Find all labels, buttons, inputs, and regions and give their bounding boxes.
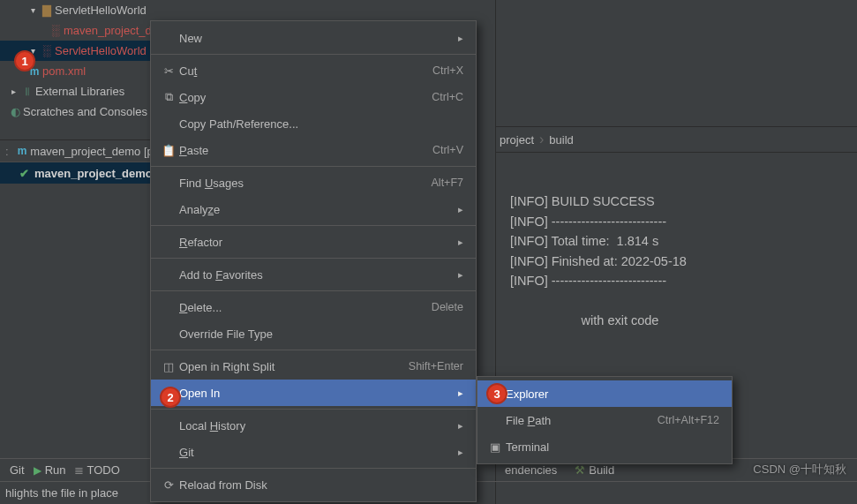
scratches-icon: ◐ — [7, 105, 23, 118]
output-line: with exit code — [510, 313, 658, 327]
tab-label: Run — [45, 463, 66, 477]
library-icon: ⫴ — [19, 85, 35, 99]
breadcrumb-item[interactable]: project — [500, 133, 534, 147]
chevron-right-icon: ▸ — [458, 33, 463, 44]
tree-label: External Libraries — [35, 85, 124, 98]
maven-icon: m — [18, 145, 27, 157]
console-output: [INFO] BUILD SUCCESS [INFO] ------------… — [510, 172, 857, 350]
menu-new[interactable]: New ▸ — [151, 25, 476, 51]
menu-label: Analyze — [179, 203, 451, 216]
menu-separator — [151, 54, 476, 55]
menu-local-history[interactable]: Local History ▸ — [151, 412, 476, 439]
watermark: CSDN @十叶知秋 — [753, 462, 846, 478]
menu-shortcut: Alt+F7 — [432, 177, 463, 189]
menu-find-usages[interactable]: Find Usages Alt+F7 — [151, 169, 476, 196]
menu-copy[interactable]: ⧉ Copy Ctrl+C — [151, 84, 476, 110]
menu-label: Add to Favorites — [179, 268, 451, 282]
menu-label: New — [179, 32, 451, 45]
menu-open-right-split[interactable]: ◫ Open in Right Split Shift+Enter — [151, 353, 476, 380]
menu-override-file-type[interactable]: Override File Type — [151, 320, 476, 347]
output-line: [INFO] Finished at: 2022-05-18 — [510, 254, 687, 268]
menu-shortcut: Shift+Enter — [409, 360, 463, 372]
chevron-right-icon: ▸ — [7, 87, 19, 96]
breadcrumb-item[interactable]: build — [549, 133, 573, 147]
output-line: [INFO] Total time: 1.814 s — [510, 234, 658, 248]
tab-run[interactable]: ▶ Run — [34, 463, 66, 477]
open-in-submenu: Explorer File Path Ctrl+Alt+F12 ▣ Termin… — [477, 376, 733, 464]
paste-icon: 📋 — [158, 144, 179, 157]
callout-badge-3: 3 — [486, 383, 507, 404]
menu-label: Git — [179, 446, 451, 459]
tree-item-servlethelloworld-folder[interactable]: ▾ ▇ ServletHelloWorld — [0, 0, 371, 20]
menu-label: Paste — [179, 144, 432, 157]
menu-open-in[interactable]: Open In ▸ — [151, 380, 476, 406]
menu-label: Refactor — [179, 236, 451, 249]
archive-icon: ░ — [48, 24, 64, 37]
menu-reload-from-disk[interactable]: ⟳ Reload from Disk — [151, 471, 476, 498]
tab-git[interactable]: Git — [10, 463, 25, 477]
check-icon: ✔ — [19, 167, 29, 180]
menu-git[interactable]: Git ▸ — [151, 439, 476, 465]
menu-label: Local History — [179, 419, 451, 433]
copy-icon: ⧉ — [158, 90, 179, 104]
output-line: [INFO] --------------------------- — [510, 214, 666, 229]
output-line: [INFO] --------------------------- — [510, 274, 666, 288]
menu-label: Explorer — [506, 387, 719, 401]
menu-add-favorites[interactable]: Add to Favorites ▸ — [151, 261, 476, 288]
chevron-right-icon: › — [539, 132, 544, 147]
status-text: hlights the file in place — [5, 486, 118, 500]
menu-label: Copy — [179, 91, 432, 104]
collapse-icon: : — [5, 145, 9, 158]
tab-todo[interactable]: ≣ TODO — [74, 463, 119, 477]
menu-label: File Path — [506, 414, 658, 427]
menu-copy-path[interactable]: Copy Path/Reference... — [151, 110, 476, 137]
context-menu: New ▸ ✂ Cut Ctrl+X ⧉ Copy Ctrl+C Copy Pa… — [150, 20, 477, 502]
menu-analyze[interactable]: Analyze ▸ — [151, 196, 476, 222]
tree-label: Scratches and Consoles — [23, 105, 147, 118]
folder-icon: ▇ — [39, 4, 55, 17]
menu-paste[interactable]: 📋 Paste Ctrl+V — [151, 137, 476, 163]
menu-label: Cut — [179, 64, 432, 78]
tab-label: TODO — [86, 463, 119, 477]
menu-separator — [151, 409, 476, 410]
play-icon: ▶ — [34, 464, 41, 477]
menu-shortcut: Ctrl+Alt+F12 — [658, 414, 719, 426]
chevron-down-icon: ▾ — [26, 5, 39, 15]
menu-separator — [151, 225, 476, 226]
callout-badge-2: 2 — [160, 387, 181, 408]
list-icon: ≣ — [74, 463, 84, 477]
menu-label: Find Usages — [179, 177, 432, 190]
menu-shortcut: Ctrl+V — [432, 144, 463, 156]
menu-separator — [151, 166, 476, 167]
callout-badge-1: 1 — [14, 50, 35, 71]
menu-label: Override File Type — [179, 327, 463, 341]
menu-label: Open in Right Split — [179, 360, 409, 373]
split-icon: ◫ — [158, 360, 179, 373]
breadcrumb: project › build — [496, 126, 857, 153]
submenu-terminal[interactable]: ▣ Terminal — [477, 433, 732, 460]
menu-label: Reload from Disk — [179, 478, 463, 492]
chevron-right-icon: ▸ — [458, 420, 463, 432]
tree-label: ServletHelloWorld — [55, 4, 147, 17]
menu-separator — [151, 468, 476, 469]
chevron-right-icon: ▸ — [458, 447, 463, 458]
chevron-right-icon: ▸ — [458, 387, 463, 399]
menu-shortcut: Ctrl+C — [432, 91, 463, 103]
submenu-file-path[interactable]: File Path Ctrl+Alt+F12 — [477, 407, 732, 433]
tree-label: pom.xml — [42, 64, 86, 78]
output-line: [INFO] BUILD SUCCESS — [510, 194, 655, 208]
menu-delete[interactable]: Delete... Delete — [151, 294, 476, 320]
menu-refactor[interactable]: Refactor ▸ — [151, 229, 476, 255]
terminal-icon: ▣ — [485, 440, 506, 454]
menu-label: Copy Path/Reference... — [179, 117, 463, 131]
menu-separator — [151, 290, 476, 291]
menu-separator — [151, 350, 476, 350]
chevron-right-icon: ▸ — [458, 269, 463, 281]
archive-icon: ░ — [39, 44, 55, 57]
menu-label: Delete... — [179, 301, 432, 314]
reload-icon: ⟳ — [158, 478, 179, 492]
submenu-explorer[interactable]: Explorer — [477, 380, 732, 407]
menu-label: Open In — [179, 387, 451, 400]
menu-cut[interactable]: ✂ Cut Ctrl+X — [151, 57, 476, 84]
chevron-right-icon: ▸ — [458, 204, 463, 215]
